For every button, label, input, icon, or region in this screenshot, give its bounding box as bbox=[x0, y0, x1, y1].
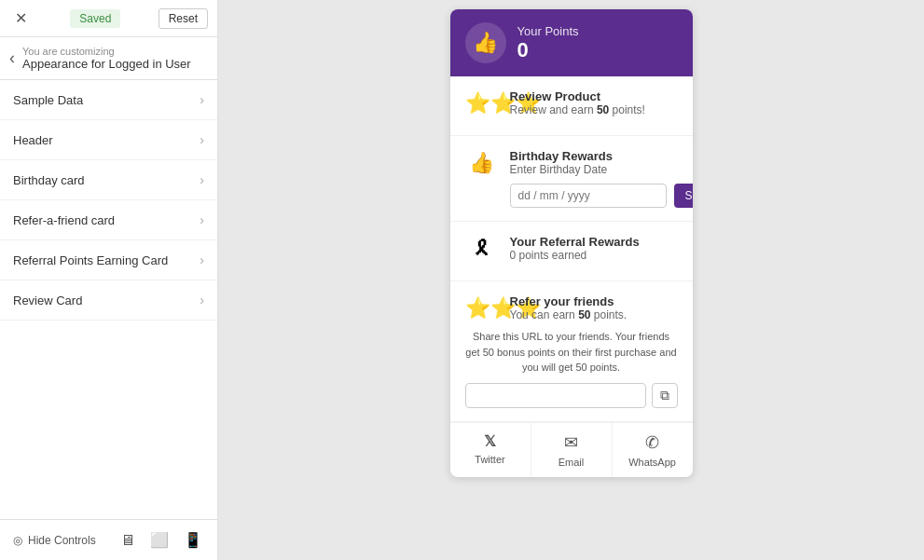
desktop-icon[interactable]: 🖥 bbox=[118, 529, 137, 551]
email-share-button[interactable]: ✉ Email bbox=[531, 423, 613, 477]
close-button[interactable]: ✕ bbox=[9, 7, 33, 29]
chevron-icon: › bbox=[200, 293, 204, 307]
review-product-icon: ⭐⭐⭐ bbox=[465, 91, 499, 116]
email-icon: ✉ bbox=[564, 432, 578, 453]
menu-item-label: Header bbox=[13, 133, 53, 147]
referral-url-input[interactable] bbox=[465, 383, 646, 408]
points-info: Your Points 0 bbox=[517, 24, 579, 62]
menu-item-refer-a-friend-card[interactable]: Refer-a-friend card› bbox=[0, 200, 217, 240]
chevron-icon: › bbox=[200, 212, 204, 227]
whatsapp-share-button[interactable]: ✆ WhatsApp bbox=[613, 423, 693, 477]
review-product-subtitle: Review and earn 50 points! bbox=[510, 103, 645, 116]
refer-friends-card: ⭐⭐⭐ Refer your friends You can earn 50 p… bbox=[450, 281, 693, 422]
copy-url-button[interactable]: ⧉ bbox=[652, 383, 678, 408]
customizing-info: You are customizing Appearance for Logge… bbox=[22, 46, 191, 71]
menu-item-label: Review Card bbox=[13, 294, 82, 307]
bottom-bar: ◎ Hide Controls 🖥 ⬜ 📱 bbox=[0, 519, 217, 560]
reset-button[interactable]: Reset bbox=[159, 8, 208, 29]
birthday-rewards-card: 👍 Birthday Rewards Enter Birthday Date S… bbox=[450, 136, 693, 222]
widget-container: 👍 Your Points 0 ⭐⭐⭐ Review Product Revie… bbox=[450, 9, 693, 477]
twitter-share-button[interactable]: 𝕏 Twitter bbox=[450, 423, 531, 477]
referral-rewards-info: Your Referral Rewards 0 points earned bbox=[510, 235, 640, 262]
birthday-date-input[interactable] bbox=[510, 184, 667, 208]
review-product-header: ⭐⭐⭐ Review Product Review and earn 50 po… bbox=[465, 89, 678, 116]
referral-rewards-icon: 🎗 bbox=[465, 237, 499, 261]
customizing-value: Appearance for Logged in User bbox=[22, 57, 191, 71]
menu-item-label: Referral Points Earning Card bbox=[13, 253, 168, 267]
twitter-label: Twitter bbox=[475, 454, 504, 465]
birthday-rewards-subtitle: Enter Birthday Date bbox=[510, 163, 614, 176]
menu-item-referral-points-earning-card[interactable]: Referral Points Earning Card› bbox=[0, 240, 217, 280]
birthday-rewards-info: Birthday Rewards Enter Birthday Date bbox=[510, 149, 614, 176]
thumb-icon: 👍 bbox=[473, 31, 498, 55]
menu-item-label: Birthday card bbox=[13, 173, 85, 187]
mobile-icon[interactable]: 📱 bbox=[182, 529, 204, 551]
refer-friends-icon: ⭐⭐⭐ bbox=[465, 296, 499, 321]
birthday-rewards-icon: 👍 bbox=[465, 151, 499, 175]
customizing-header: ‹ You are customizing Appearance for Log… bbox=[0, 37, 217, 80]
menu-item-birthday-card[interactable]: Birthday card› bbox=[0, 160, 217, 200]
refer-friends-title: Refer your friends bbox=[510, 294, 627, 308]
points-header: 👍 Your Points 0 bbox=[450, 9, 693, 76]
menu-list: Sample Data›Header›Birthday card›Refer-a… bbox=[0, 80, 217, 519]
back-button[interactable]: ‹ bbox=[9, 45, 22, 72]
chevron-icon: › bbox=[200, 92, 204, 107]
chevron-icon: › bbox=[200, 253, 204, 267]
menu-item-review-card[interactable]: Review Card› bbox=[0, 280, 217, 321]
menu-item-label: Sample Data bbox=[13, 93, 83, 107]
chevron-icon: › bbox=[200, 172, 204, 187]
review-product-title: Review Product bbox=[510, 89, 645, 103]
review-product-card: ⭐⭐⭐ Review Product Review and earn 50 po… bbox=[450, 76, 693, 136]
points-icon: 👍 bbox=[465, 22, 506, 63]
eye-icon: ◎ bbox=[13, 534, 22, 547]
birthday-save-button[interactable]: Save bbox=[674, 184, 693, 208]
twitter-icon: 𝕏 bbox=[484, 432, 496, 450]
refer-friends-share-text: Share this URL to your friends. Your fri… bbox=[465, 329, 678, 376]
device-icons: 🖥 ⬜ 📱 bbox=[118, 529, 204, 551]
referral-rewards-header: 🎗 Your Referral Rewards 0 points earned bbox=[465, 235, 678, 262]
menu-item-header[interactable]: Header› bbox=[0, 120, 217, 160]
points-value: 0 bbox=[517, 38, 579, 62]
top-bar: ✕ Saved Reset bbox=[0, 0, 217, 37]
birthday-input-row: Save bbox=[510, 184, 678, 208]
referral-share-row: ⧉ bbox=[465, 383, 678, 408]
whatsapp-label: WhatsApp bbox=[628, 457, 676, 468]
birthday-rewards-title: Birthday Rewards bbox=[510, 149, 614, 163]
refer-friends-header: ⭐⭐⭐ Refer your friends You can earn 50 p… bbox=[465, 294, 678, 321]
saved-badge: Saved bbox=[70, 9, 120, 28]
birthday-rewards-header: 👍 Birthday Rewards Enter Birthday Date bbox=[465, 149, 678, 176]
review-product-info: Review Product Review and earn 50 points… bbox=[510, 89, 645, 116]
email-label: Email bbox=[559, 457, 585, 468]
refer-friends-subtitle: You can earn 50 points. bbox=[510, 308, 627, 321]
chevron-icon: › bbox=[200, 132, 204, 147]
customizing-label: You are customizing bbox=[22, 46, 191, 57]
tablet-icon[interactable]: ⬜ bbox=[148, 529, 171, 551]
social-bar: 𝕏 Twitter ✉ Email ✆ WhatsApp bbox=[450, 422, 693, 477]
hide-controls-button[interactable]: ◎ Hide Controls bbox=[13, 534, 96, 547]
referral-rewards-card: 🎗 Your Referral Rewards 0 points earned bbox=[450, 222, 693, 281]
menu-item-sample-data[interactable]: Sample Data› bbox=[0, 80, 217, 120]
refer-friends-info: Refer your friends You can earn 50 point… bbox=[510, 294, 627, 321]
hide-controls-label: Hide Controls bbox=[28, 534, 96, 547]
right-panel: 👍 Your Points 0 ⭐⭐⭐ Review Product Revie… bbox=[218, 0, 924, 560]
whatsapp-icon: ✆ bbox=[645, 432, 659, 453]
referral-rewards-subtitle: 0 points earned bbox=[510, 249, 640, 262]
left-panel: ✕ Saved Reset ‹ You are customizing Appe… bbox=[0, 0, 218, 560]
points-label: Your Points bbox=[517, 24, 579, 38]
menu-item-label: Refer-a-friend card bbox=[13, 213, 115, 227]
referral-rewards-title: Your Referral Rewards bbox=[510, 235, 640, 249]
